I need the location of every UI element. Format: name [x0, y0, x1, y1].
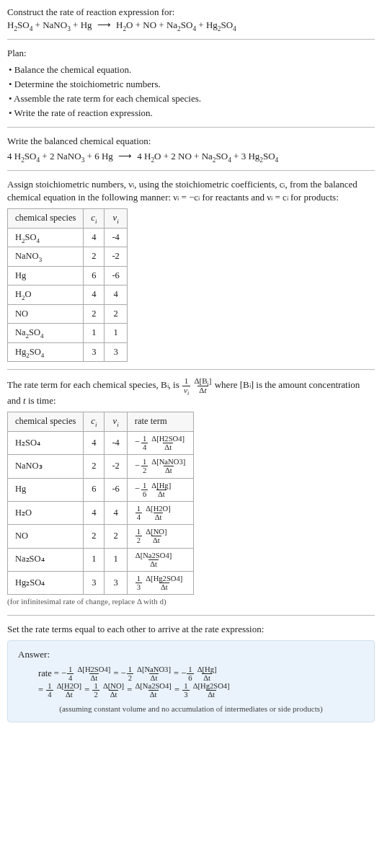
- answer-label: Answer:: [18, 648, 364, 661]
- stoich-intro: Assign stoichiometric numbers, νᵢ, using…: [7, 178, 375, 204]
- plan-list: • Balance the chemical equation. • Deter…: [9, 63, 375, 120]
- table-row: Na2SO411: [8, 324, 128, 343]
- frac-dBi-dt: Δ[Bi]Δt: [194, 377, 211, 394]
- plan-title: Plan:: [7, 47, 375, 60]
- table-row: Hg₂SO₄3313 Δ[Hg2SO4]Δt: [8, 571, 194, 594]
- table-row: NaNO₃2-2−12 Δ[NaNO3]Δt: [8, 455, 194, 478]
- divider: [7, 369, 375, 370]
- plan-item: • Balance the chemical equation.: [9, 63, 375, 76]
- plan-item: • Assemble the rate term for each chemic…: [9, 92, 375, 105]
- table-row: H₂O4414 Δ[H2O]Δt: [8, 501, 194, 524]
- col-rate-term: rate term: [127, 412, 193, 432]
- plan-item: • Write the rate of reaction expression.: [9, 107, 375, 120]
- col-species: chemical species: [8, 412, 84, 432]
- divider: [7, 615, 375, 616]
- table-row: H2O44: [8, 285, 128, 305]
- stoich-table: chemical species ci νi H2SO44-4 NaNO32-2…: [7, 208, 128, 362]
- plan-section: Plan: • Balance the chemical equation. •…: [7, 47, 375, 120]
- plan-item: • Determine the stoichiometric numbers.: [9, 78, 375, 91]
- balanced-equation: 4 H2SO4 + 2 NaNO3 + 6 Hg ⟶ 4 H2O + 2 NO …: [7, 150, 375, 163]
- balanced-title: Write the balanced chemical equation:: [7, 135, 375, 148]
- col-species: chemical species: [8, 209, 84, 229]
- rate-section: The rate term for each chemical species,…: [7, 377, 375, 607]
- unbalanced-equation: H2SO4 + NaNO3 + Hg ⟶ H2O + NO + Na2SO4 +…: [7, 19, 375, 32]
- balanced-section: Write the balanced chemical equation: 4 …: [7, 135, 375, 162]
- set-equal-text: Set the rate terms equal to each other t…: [7, 623, 375, 636]
- col-nui: νi: [105, 209, 127, 229]
- answer-box: Answer: rate = −14 Δ[H2SO4]Δt = −12 Δ[Na…: [7, 640, 375, 722]
- frac-1-over-nu: 1νi: [182, 377, 190, 394]
- table-row: NO22: [8, 304, 128, 324]
- table-row: NaNO32-2: [8, 247, 128, 267]
- problem-header: Construct the rate of reaction expressio…: [7, 6, 375, 32]
- col-ci: ci: [84, 209, 105, 229]
- table-row: H₂SO₄4-4−14 Δ[H2SO4]Δt: [8, 431, 194, 454]
- divider: [7, 170, 375, 171]
- rate-expression-line1: rate = −14 Δ[H2SO4]Δt = −12 Δ[NaNO3]Δt =…: [18, 665, 364, 682]
- table-row: Hg2SO433: [8, 342, 128, 362]
- col-nui: νi: [105, 412, 127, 432]
- footnote: (for infinitesimal rate of change, repla…: [7, 596, 375, 607]
- rate-intro: The rate term for each chemical species,…: [7, 377, 375, 407]
- assumption-note: (assuming constant volume and no accumul…: [18, 704, 364, 714]
- col-ci: ci: [84, 412, 105, 432]
- table-row: Na₂SO₄11Δ[Na2SO4]Δt: [8, 548, 194, 571]
- table-header-row: chemical species ci νi rate term: [8, 412, 194, 432]
- stoich-section: Assign stoichiometric numbers, νᵢ, using…: [7, 178, 375, 362]
- table-row: H2SO44-4: [8, 228, 128, 247]
- table-row: NO2212 Δ[NO]Δt: [8, 525, 194, 548]
- divider: [7, 127, 375, 128]
- rate-table: chemical species ci νi rate term H₂SO₄4-…: [7, 412, 194, 595]
- table-row: Hg6-6−16 Δ[Hg]Δt: [8, 478, 194, 501]
- table-header-row: chemical species ci νi: [8, 209, 128, 229]
- rate-expression-line2: = 14 Δ[H2O]Δt = 12 Δ[NO]Δt = Δ[Na2SO4]Δt…: [18, 682, 364, 699]
- divider: [7, 39, 375, 40]
- prompt-text: Construct the rate of reaction expressio…: [7, 6, 375, 19]
- table-row: Hg6-6: [8, 266, 128, 285]
